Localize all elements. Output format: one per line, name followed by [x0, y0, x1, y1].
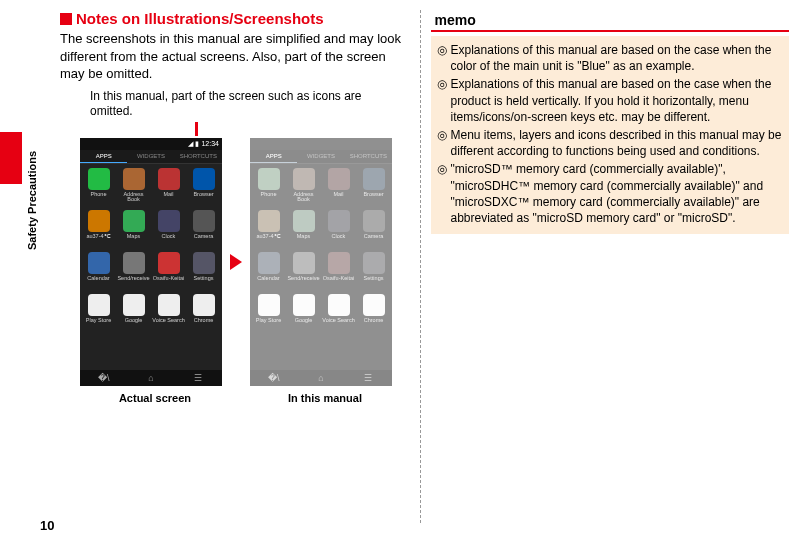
app-item: Play Store [252, 294, 285, 334]
app-icon [258, 168, 280, 190]
app-item: Osaifu-Keitai [152, 252, 185, 292]
app-label: au37-4℃ [256, 234, 280, 240]
battery-icon: ▮ [195, 140, 199, 148]
app-label: Clock [162, 234, 176, 240]
tab-apps-m: APPS [250, 150, 297, 163]
app-item: Google [287, 294, 320, 334]
app-icon [193, 252, 215, 274]
app-label: Mail [163, 192, 173, 198]
tab-widgets: WIDGETS [127, 150, 174, 163]
app-label: Maps [297, 234, 310, 240]
status-bar: ◢ ▮ 12:34 [80, 138, 222, 150]
callout-note: In this manual, part of the screen such … [90, 89, 405, 120]
app-icon [293, 168, 315, 190]
app-item: Calendar [252, 252, 285, 292]
memo-heading: memo [431, 12, 789, 32]
recent-nav-icon: ☰ [192, 373, 204, 383]
app-item: Camera [357, 210, 390, 250]
app-label: Mail [333, 192, 343, 198]
memo-text: Explanations of this manual are based on… [451, 42, 783, 74]
app-grid-manual: PhoneAddress BookMailBrowserau37-4℃MapsC… [250, 164, 392, 338]
app-icon [293, 252, 315, 274]
side-tab [0, 132, 22, 184]
app-icon [158, 168, 180, 190]
side-section-label: Safety Precautions [26, 120, 38, 250]
memo-item: ◎Menu items, layers and icons described … [437, 127, 783, 159]
memo-bullet-icon: ◎ [437, 161, 451, 226]
app-icon [88, 210, 110, 232]
memo-bullet-icon: ◎ [437, 42, 451, 74]
app-item: Osaifu-Keitai [322, 252, 355, 292]
app-item: Send/receive [287, 252, 320, 292]
app-icon [258, 210, 280, 232]
app-label: Voice Search [152, 318, 184, 324]
app-item: Send/receive [117, 252, 150, 292]
app-label: Send/receive [117, 276, 149, 282]
phone-nav-icon: �\ [98, 373, 110, 383]
app-icon [363, 210, 385, 232]
app-label: Calendar [257, 276, 279, 282]
app-icon [88, 168, 110, 190]
app-label: Address Book [287, 192, 320, 203]
callout-line-icon [195, 122, 198, 136]
app-label: Phone [91, 192, 107, 198]
memo-bullet-icon: ◎ [437, 127, 451, 159]
signal-icon: ◢ [188, 140, 193, 148]
app-icon [363, 294, 385, 316]
screenshot-comparison: ◢ ▮ 12:34 APPS WIDGETS SHORTCUTS PhoneAd… [80, 138, 405, 386]
app-icon [123, 210, 145, 232]
app-label: Calendar [87, 276, 109, 282]
memo-text: "microSD™ memory card (commercially avai… [451, 161, 783, 226]
app-item: Phone [82, 168, 115, 208]
app-icon [258, 294, 280, 316]
memo-text: Menu items, layers and icons described i… [451, 127, 783, 159]
app-icon [193, 210, 215, 232]
app-icon [328, 210, 350, 232]
app-label: Camera [364, 234, 384, 240]
app-item: Clock [152, 210, 185, 250]
app-icon [328, 168, 350, 190]
intro-paragraph: The screenshots in this manual are simpl… [60, 30, 405, 83]
right-column: memo ◎Explanations of this manual are ba… [420, 10, 789, 523]
app-icon [328, 294, 350, 316]
app-icon [293, 210, 315, 232]
app-label: Voice Search [322, 318, 354, 324]
app-item: Address Book [287, 168, 320, 208]
heading-text: Notes on Illustrations/Screenshots [76, 10, 324, 27]
memo-bullet-icon: ◎ [437, 76, 451, 125]
app-label: Chrome [364, 318, 384, 324]
app-item: au37-4℃ [252, 210, 285, 250]
app-item: Maps [287, 210, 320, 250]
app-item: Settings [187, 252, 220, 292]
app-label: Settings [194, 276, 214, 282]
phone-tabs-manual: APPS WIDGETS SHORTCUTS [250, 150, 392, 164]
app-item: Mail [152, 168, 185, 208]
app-icon [158, 252, 180, 274]
phone-manual: APPS WIDGETS SHORTCUTS PhoneAddress Book… [250, 138, 392, 386]
app-item: Voice Search [152, 294, 185, 334]
app-label: Clock [332, 234, 346, 240]
left-column: Notes on Illustrations/Screenshots The s… [20, 10, 415, 523]
tab-shortcuts: SHORTCUTS [175, 150, 222, 163]
home-nav-icon-m: ⌂ [315, 373, 327, 383]
app-icon [258, 252, 280, 274]
app-label: Chrome [194, 318, 214, 324]
app-label: Settings [364, 276, 384, 282]
app-item: Chrome [357, 294, 390, 334]
app-grid-actual: PhoneAddress BookMailBrowserau37-4℃MapsC… [80, 164, 222, 338]
memo-text: Explanations of this manual are based on… [451, 76, 783, 125]
app-label: Browser [363, 192, 383, 198]
app-icon [88, 294, 110, 316]
app-item: Camera [187, 210, 220, 250]
tab-shortcuts-m: SHORTCUTS [345, 150, 392, 163]
app-label: Osaifu-Keitai [153, 276, 185, 282]
app-item: Settings [357, 252, 390, 292]
app-label: Google [295, 318, 313, 324]
app-item: Browser [187, 168, 220, 208]
memo-item: ◎"microSD™ memory card (commercially ava… [437, 161, 783, 226]
memo-item: ◎Explanations of this manual are based o… [437, 76, 783, 125]
app-label: Play Store [256, 318, 281, 324]
app-label: Send/receive [287, 276, 319, 282]
status-time: 12:34 [201, 140, 219, 147]
app-label: Play Store [86, 318, 111, 324]
